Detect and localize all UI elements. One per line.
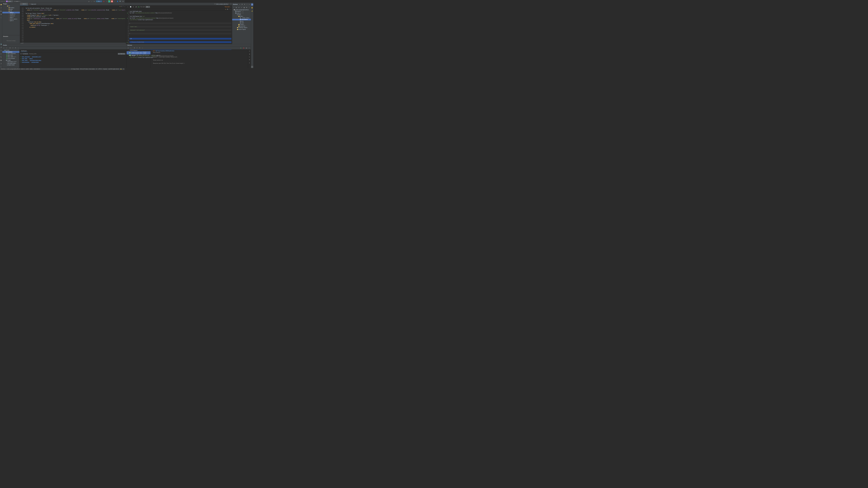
warning-icon[interactable]: ⚠ — [225, 9, 226, 10]
docker-container[interactable]: ⬢dapr_zipkin healt… — [2, 56, 19, 58]
service-request[interactable]: GETrest-api | #1 Status: 200 (419 ms) — [127, 55, 151, 56]
debug-icon[interactable]: 🐞 — [243, 47, 245, 49]
file-encoding[interactable]: UTF-8 — [98, 68, 101, 70]
build-tool-icon[interactable]: 🔨 — [0, 56, 2, 58]
tab-main-rs[interactable]: ®main.rs× — [20, 3, 28, 5]
tabs-more-icon[interactable]: ⋮ — [230, 3, 232, 5]
container-link[interactable]: dapr_redis — [22, 58, 27, 59]
stop-button[interactable] — [111, 0, 113, 2]
clean-up-button[interactable]: 🗑Clean Up — [118, 53, 126, 55]
show-request-link[interactable]: Show Request — [152, 52, 247, 53]
show-icon[interactable]: 👁 — [133, 47, 135, 49]
tree-folder[interactable]: ›📁utils — [2, 10, 20, 12]
code-with-me-icon[interactable]: 👥 — [108, 0, 110, 2]
window-controls[interactable] — [1, 1, 5, 2]
run-env-select[interactable]: dev — [146, 6, 150, 8]
copy-icon[interactable]: ⧉ — [248, 59, 251, 61]
docker-container[interactable]: ⬢dapr_placement — [2, 53, 19, 54]
status-crumbs[interactable]: Database›textter-postgres@localhost›text… — [1, 68, 40, 70]
debug-icon[interactable]: 🐞 — [103, 0, 105, 2]
indent-setting[interactable]: 4 spaces — [103, 68, 107, 70]
stop-icon[interactable]: ✕ — [244, 3, 246, 5]
add-datasource-icon[interactable]: ＋ — [239, 3, 241, 5]
history-icon[interactable]: 🕘 — [129, 6, 132, 8]
vcs-tool-icon[interactable]: ⎌ — [0, 66, 2, 68]
new-console-icon[interactable]: ＋ — [232, 6, 235, 8]
more-icon[interactable]: ⋮ — [246, 3, 248, 5]
terminal-tool-icon[interactable]: ⌨ — [0, 59, 2, 61]
docker-containers-node[interactable]: ⌄⊞Containers — [2, 51, 19, 53]
git-branch[interactable]: ⎇ master ↗ ⌄ — [13, 1, 21, 2]
sync-icon[interactable]: ⟳ — [238, 6, 240, 8]
dashboard-tab[interactable]: Dashboard — [20, 50, 28, 52]
more-actions-icon[interactable]: ⋮ — [105, 0, 107, 2]
cargo-check[interactable]: ⚙ Cargo Check — [71, 68, 79, 70]
tree-file[interactable]: ®textter_store.rs — [2, 18, 20, 20]
assistant-icon[interactable]: ⊙ — [251, 66, 253, 68]
close-icon[interactable]: × — [26, 3, 27, 4]
services-tool-icon[interactable]: ≡ — [0, 50, 2, 52]
docker-image[interactable]: ○daprio/dapr:1.10.7… — [2, 61, 19, 62]
export-icon[interactable]: ⇱ — [14, 47, 17, 49]
view-icon[interactable]: ▦ — [243, 6, 245, 8]
run-target-icon[interactable]: ⊙ — [93, 0, 95, 2]
rerun-icon[interactable]: ▶ — [240, 47, 242, 49]
commit-tool-icon[interactable]: ⊸ — [0, 7, 2, 9]
docker-root[interactable]: ⌄🐳Docker — [2, 50, 19, 51]
tab-cargo-toml[interactable]: ⚙Cargo.toml — [28, 3, 37, 5]
more-tool-icon[interactable]: ⋯ — [0, 17, 2, 19]
chevron-up-icon[interactable]: ⌃ — [229, 9, 230, 10]
expand-icon[interactable]: ⤢ — [3, 47, 5, 49]
close-icon[interactable]: × — [228, 3, 229, 5]
service-request[interactable]: GETinitial_sample_data | Health check S… — [127, 51, 151, 55]
stop-icon[interactable]: ■ — [245, 47, 248, 49]
chevron-right-icon[interactable]: › — [152, 57, 152, 58]
target-arch[interactable]: aarch64-apple-darwin — [108, 68, 119, 70]
project-tool-icon[interactable]: 📁 — [0, 3, 2, 6]
chevron-down-icon[interactable]: ⌄ — [7, 3, 8, 4]
tree-file[interactable]: ®handlers.rs — [2, 13, 20, 15]
add-icon[interactable]: ＋ — [17, 47, 20, 49]
db-server-objects[interactable]: ›📁Server Objects — [232, 29, 251, 30]
soft-wrap-icon[interactable]: ⤵ — [248, 56, 251, 58]
tab-http[interactable]: APIinitial_sample_data.http× — [214, 3, 230, 5]
image-link[interactable]: postgres:latest — [31, 62, 39, 63]
tree-file[interactable]: ®schema.rs — [2, 15, 20, 17]
clock-icon[interactable]: ◷ — [88, 0, 90, 2]
notifications-tool-icon[interactable]: 🔔 — [251, 7, 253, 9]
db-database[interactable]: ›🗄postgres1 of 3 — [232, 11, 251, 12]
db-table[interactable]: ›▦__diesel_schem… — [232, 17, 251, 19]
cursor-position[interactable]: 64:11 (47 chars, 1 line break) — [80, 68, 95, 70]
container-link[interactable]: dapr_zipkin — [22, 60, 28, 61]
docker-container[interactable]: ⬢some-postgres — [2, 58, 19, 59]
docker-tool-icon[interactable]: 🐳 — [0, 43, 2, 45]
debug-tool-icon[interactable]: ▶ — [0, 10, 2, 12]
export-icon[interactable]: ⇱ — [139, 47, 141, 49]
db-objects[interactable]: ›📁Database Objects — [232, 27, 251, 29]
submit-icon[interactable]: ↗ — [241, 6, 243, 8]
database-tool-icon[interactable]: 🗄 — [251, 3, 253, 6]
db-sequences[interactable]: ›📁sequences6 — [232, 25, 251, 27]
docker-images-node[interactable]: ⌄▣Images — [2, 59, 19, 61]
more-icon[interactable]: ⋮ — [248, 47, 250, 49]
line-separator[interactable]: LF — [96, 68, 97, 70]
db-database[interactable]: ⌄🗄textter-rs1 of 3 — [232, 12, 251, 14]
db-schema[interactable]: ⌄⊟public — [232, 14, 251, 15]
tree-folder[interactable]: ›📁handlers — [2, 7, 20, 8]
warning-icon[interactable]: ⚠ — [120, 6, 121, 7]
more-icon[interactable]: ⋮ — [114, 0, 116, 2]
chevron-up-icon[interactable]: ⌃ — [123, 6, 124, 7]
docker-image[interactable]: ○postgres:latest — [2, 64, 19, 66]
add-request-icon[interactable]: ＋ — [127, 6, 129, 8]
settings-icon[interactable]: ⚙ — [122, 0, 124, 2]
image-link[interactable]: openzipkin/zipkin:latest — [30, 60, 41, 61]
service-output[interactable]: ⌄ GET GET http://localhost:3000/healthch… — [151, 50, 248, 68]
container-link[interactable]: some-postgres — [22, 62, 29, 63]
chevron-down-icon[interactable]: ⌄ — [230, 6, 231, 7]
readonly-icon[interactable]: ⊘ — [123, 68, 124, 70]
db-datasource[interactable]: ⌄🐘textter-postgres@localhost — [232, 9, 251, 11]
git-tool-icon[interactable]: ⎇ — [0, 46, 2, 48]
wrap-icon[interactable]: ↩ — [248, 50, 251, 52]
project-selector[interactable]: t textter ⌄ — [5, 0, 13, 2]
run-button[interactable]: ▶ Run ⌄ — [96, 0, 102, 2]
